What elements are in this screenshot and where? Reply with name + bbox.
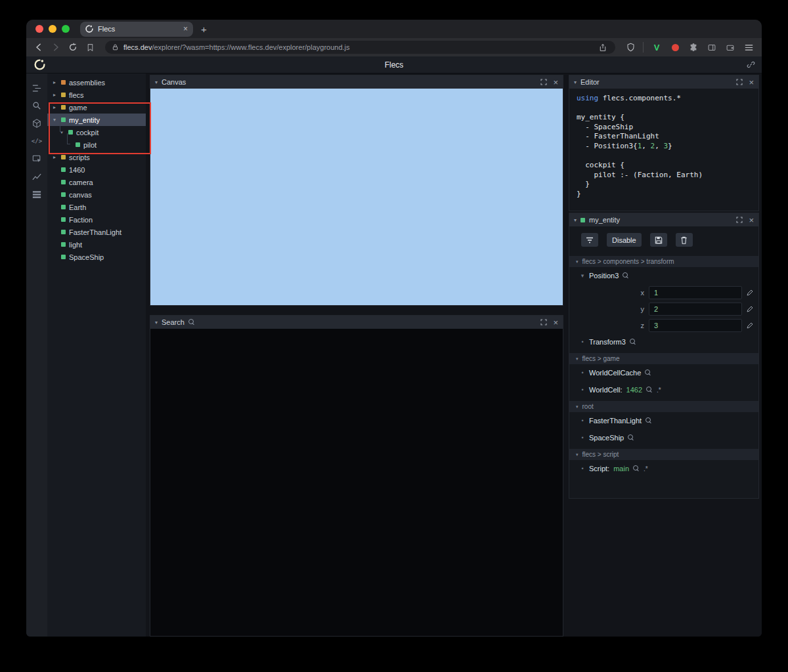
expand-panel-icon[interactable] — [540, 319, 547, 326]
forward-button[interactable] — [50, 42, 62, 52]
search-icon[interactable] — [623, 272, 629, 279]
close-window-button[interactable] — [35, 25, 43, 33]
extension-red-icon[interactable] — [668, 41, 682, 53]
chevron-right-icon[interactable]: ▸ — [51, 79, 58, 85]
tree-item-SpaceShip[interactable]: SpaceShip — [47, 251, 146, 263]
tree-item-1460[interactable]: 1460 — [47, 163, 146, 176]
chevron-down-icon[interactable]: ▾ — [155, 79, 158, 85]
rows-icon[interactable] — [31, 189, 43, 200]
field-input[interactable]: 3 — [649, 319, 742, 332]
component-row[interactable]: •WorldCell:1462.* — [569, 381, 758, 398]
inspector-panel-header[interactable]: ▾ my_entity × — [569, 213, 758, 226]
search-results-area[interactable] — [150, 329, 563, 636]
chevron-down-icon[interactable]: ▾ — [155, 320, 158, 326]
editor-panel-header[interactable]: ▾ Editor × — [569, 75, 758, 89]
inspector-panel-title: my_entity — [589, 216, 620, 224]
component-row[interactable]: •FasterThanLight — [569, 412, 758, 429]
inspector-icon[interactable] — [31, 154, 43, 164]
search-icon[interactable] — [633, 465, 640, 472]
tree-item-game[interactable]: ▸game — [47, 101, 146, 114]
chevron-down-icon[interactable]: ▾ — [574, 217, 577, 223]
expand-panel-icon[interactable] — [736, 217, 743, 223]
chevron-down-icon[interactable]: ▾ — [51, 117, 58, 123]
cube-icon[interactable] — [31, 118, 43, 129]
chevron-right-icon[interactable]: ▸ — [51, 104, 58, 110]
component-row[interactable]: •WorldCellCache — [569, 364, 758, 381]
entity-color-icon — [61, 242, 66, 247]
expand-panel-icon[interactable] — [540, 79, 547, 85]
component-row[interactable]: •Transform3 — [569, 333, 758, 350]
search-icon[interactable] — [645, 369, 651, 376]
chevron-right-icon[interactable]: ▸ — [51, 154, 58, 160]
edit-icon[interactable] — [747, 322, 753, 329]
code-line: pilot :- (Faction, Earth) — [577, 171, 751, 180]
share-icon[interactable] — [597, 42, 609, 52]
search-icon[interactable] — [646, 387, 653, 393]
expand-panel-icon[interactable] — [736, 79, 743, 85]
back-button[interactable] — [33, 42, 45, 52]
chevron-down-icon[interactable]: ▾ — [574, 79, 577, 85]
reload-button[interactable] — [67, 42, 79, 52]
search-icon[interactable] — [646, 417, 652, 424]
entity-tree-icon[interactable] — [31, 83, 43, 93]
close-panel-icon[interactable]: × — [749, 216, 754, 224]
code-icon[interactable]: </> — [31, 136, 43, 146]
tree-item-camera[interactable]: camera — [47, 176, 146, 188]
section-header[interactable]: ▾flecs > game — [569, 353, 758, 364]
edit-icon[interactable] — [747, 289, 753, 296]
render-canvas[interactable] — [150, 89, 563, 305]
tree-item-light[interactable]: light — [47, 238, 146, 251]
close-panel-icon[interactable]: × — [749, 78, 754, 87]
share-link-icon[interactable] — [747, 60, 755, 69]
code-line: my_entity { — [577, 113, 751, 123]
field-input[interactable]: 2 — [649, 303, 742, 316]
search-panel-header[interactable]: ▾ Search × — [150, 316, 563, 329]
tree-item-flecs[interactable]: ▸flecs — [47, 89, 146, 101]
component-row[interactable]: ▾Position3 — [569, 267, 758, 284]
filter-button[interactable] — [581, 233, 598, 247]
delete-button[interactable] — [676, 233, 693, 247]
field-input[interactable]: 1 — [649, 286, 742, 299]
wallet-icon[interactable] — [724, 41, 737, 53]
tree-item-Earth[interactable]: Earth — [47, 201, 146, 213]
tree-item-canvas[interactable]: canvas — [47, 188, 146, 201]
close-panel-icon[interactable]: × — [553, 78, 558, 87]
tree-item-pilot[interactable]: pilot — [47, 138, 146, 151]
search-icon[interactable] — [31, 100, 43, 111]
browser-tab[interactable]: Flecs × — [80, 22, 193, 37]
tree-item-FasterThanLight[interactable]: FasterThanLight — [47, 226, 146, 238]
stats-chart-icon[interactable] — [31, 171, 43, 182]
tree-item-assemblies[interactable]: ▸assemblies — [47, 76, 146, 89]
extensions-puzzle-icon[interactable] — [687, 41, 700, 53]
chevron-right-icon[interactable]: ▸ — [51, 92, 58, 98]
extension-v-icon[interactable]: V — [650, 41, 663, 53]
section-header[interactable]: ▾root — [569, 401, 758, 412]
component-row[interactable]: •SpaceShip — [569, 429, 758, 446]
entity-color-icon — [61, 80, 66, 85]
edit-icon[interactable] — [747, 306, 753, 312]
browser-menu-icon[interactable] — [742, 41, 755, 53]
zoom-window-button[interactable] — [62, 25, 70, 33]
section-header[interactable]: ▾flecs > script — [569, 449, 758, 460]
minimize-window-button[interactable] — [49, 25, 56, 33]
canvas-panel-header[interactable]: ▾ Canvas × — [150, 75, 563, 89]
component-row[interactable]: •Script:main.* — [569, 460, 758, 477]
entity-color-icon — [61, 217, 66, 222]
section-header[interactable]: ▾flecs > components > transform — [569, 256, 758, 267]
brave-shield-icon[interactable] — [624, 42, 636, 52]
new-tab-button[interactable]: + — [201, 24, 207, 35]
address-bar[interactable]: flecs.dev/explorer/?wasm=https://www.fle… — [105, 41, 615, 54]
sidebar-toggle-icon[interactable] — [705, 41, 718, 53]
editor-code[interactable]: using flecs.components.* my_entity { - S… — [569, 89, 758, 211]
search-icon[interactable] — [630, 339, 636, 345]
tree-item-Faction[interactable]: Faction — [47, 213, 146, 226]
disable-button[interactable]: Disable — [607, 233, 642, 247]
flecs-logo-icon[interactable] — [34, 59, 45, 70]
search-icon[interactable] — [628, 434, 634, 441]
bookmark-icon[interactable] — [84, 42, 96, 52]
save-button[interactable] — [650, 233, 667, 247]
tab-close-icon[interactable]: × — [183, 24, 188, 33]
close-panel-icon[interactable]: × — [553, 318, 558, 327]
tree-item-scripts[interactable]: ▸scripts — [47, 151, 146, 163]
tree-item-label: SpaceShip — [69, 253, 104, 261]
